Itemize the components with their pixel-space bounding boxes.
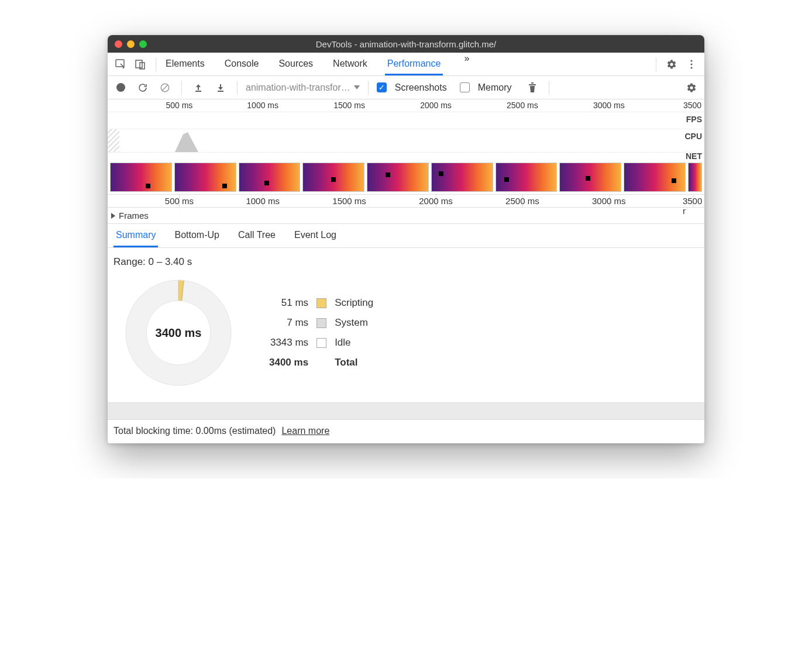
net-label: NET (686, 151, 702, 161)
kebab-menu-icon[interactable] (683, 56, 700, 73)
inspect-icon[interactable] (112, 56, 129, 73)
tab-call-tree[interactable]: Call Tree (236, 224, 278, 247)
fps-label: FPS (686, 115, 702, 124)
filmstrip (108, 160, 704, 194)
save-profile-button[interactable] (212, 80, 229, 96)
more-tabs-button[interactable]: » (458, 53, 475, 75)
filmstrip-thumb[interactable] (431, 163, 493, 192)
reload-record-button[interactable] (135, 80, 151, 96)
load-profile-button[interactable] (190, 80, 207, 96)
donut-center-label: 3400 ms (123, 277, 234, 388)
tab-bottom-up[interactable]: Bottom-Up (172, 224, 221, 247)
animated-square (504, 177, 509, 182)
expand-icon[interactable] (111, 213, 115, 219)
tab-event-log[interactable]: Event Log (292, 224, 339, 247)
filmstrip-thumb[interactable] (367, 163, 429, 192)
device-toggle-icon[interactable] (132, 56, 149, 73)
profile-select[interactable]: animation-with-transfor… (246, 82, 360, 93)
svg-point-4 (690, 63, 692, 65)
divider (237, 81, 238, 95)
profile-select-label: animation-with-transfor… (246, 82, 350, 93)
chevron-down-icon (354, 85, 360, 89)
minimize-window-button[interactable] (127, 40, 135, 48)
svg-rect-1 (136, 60, 142, 68)
cpu-row: CPU (108, 129, 704, 152)
overview-panel[interactable]: 500 ms1000 ms1500 ms2000 ms2500 ms3000 m… (108, 99, 704, 195)
ruler-tick-label: 2000 ms (420, 101, 452, 110)
svg-rect-10 (529, 84, 536, 85)
window-title: DevTools - animation-with-transform.glit… (108, 39, 704, 49)
summary-legend: 51 msScripting7 msSystem3343 msIdle3400 … (269, 297, 373, 368)
filmstrip-thumb[interactable] (302, 163, 364, 192)
cpu-activity (175, 132, 198, 152)
filmstrip-thumb[interactable] (239, 163, 301, 192)
ruler-tick-label: 3500 (683, 101, 701, 110)
timeline-tick-label: 500 ms (165, 196, 194, 206)
summary-donut-chart: 3400 ms (123, 277, 234, 388)
main-tabbar: Elements Console Sources Network Perform… (108, 53, 704, 76)
filmstrip-thumb[interactable] (688, 163, 702, 192)
filmstrip-thumb[interactable] (496, 163, 558, 192)
settings-icon[interactable] (663, 56, 680, 73)
resize-bar[interactable] (108, 402, 704, 420)
frames-row[interactable]: Frames (108, 208, 704, 224)
legend-value: 7 ms (269, 317, 308, 329)
capture-settings-icon[interactable] (683, 80, 700, 96)
summary-tabbar: Summary Bottom-Up Call Tree Event Log (108, 224, 704, 248)
timeline-tick-label: 2000 ms (419, 196, 453, 206)
delete-profile-button[interactable] (524, 80, 541, 96)
filmstrip-thumb[interactable] (624, 163, 686, 192)
net-row: NET (108, 152, 704, 160)
timeline-tick-label: 1000 ms (246, 196, 280, 206)
legend-swatch (316, 298, 326, 308)
legend-label: Idle (335, 337, 373, 349)
summary-panel: Range: 0 – 3.40 s 3400 ms 51 msScripting… (108, 248, 704, 402)
filmstrip-thumb[interactable] (174, 163, 236, 192)
learn-more-link[interactable]: Learn more (281, 426, 329, 436)
legend-total-value: 3400 ms (269, 357, 308, 368)
animated-square (439, 171, 443, 176)
close-window-button[interactable] (115, 40, 122, 48)
divider (156, 57, 156, 71)
divider (549, 81, 549, 95)
animated-square (586, 176, 590, 181)
devtools-window: DevTools - animation-with-transform.glit… (108, 35, 704, 443)
memory-label: Memory (478, 82, 512, 93)
svg-line-7 (162, 84, 168, 91)
timeline-tick-label: 3500 r (683, 196, 702, 216)
svg-rect-11 (531, 82, 534, 84)
svg-rect-8 (195, 91, 201, 92)
tab-network[interactable]: Network (331, 53, 370, 75)
tab-console[interactable]: Console (222, 53, 262, 75)
svg-point-5 (690, 67, 692, 68)
cpu-hatch (108, 129, 119, 152)
svg-rect-9 (218, 91, 223, 92)
timeline-ruler[interactable]: 500 ms1000 ms1500 ms2000 ms2500 ms3000 m… (108, 195, 704, 208)
animated-square (146, 184, 150, 188)
performance-toolbar: animation-with-transfor… Screenshots Mem… (108, 76, 704, 99)
ruler-tick-label: 1000 ms (247, 101, 278, 110)
screenshots-checkbox[interactable] (377, 82, 387, 92)
tab-sources[interactable]: Sources (276, 53, 315, 75)
clear-button[interactable] (157, 80, 173, 96)
tab-elements[interactable]: Elements (163, 53, 207, 75)
range-label: Range: 0 – 3.40 s (113, 256, 699, 268)
footer: Total blocking time: 0.00ms (estimated) … (108, 420, 704, 443)
filmstrip-thumb[interactable] (110, 163, 172, 192)
animated-square (264, 181, 269, 185)
legend-value: 3343 ms (269, 337, 308, 349)
record-button[interactable] (112, 80, 129, 96)
divider (181, 81, 182, 95)
legend-total-label: Total (335, 357, 373, 368)
tab-performance[interactable]: Performance (385, 53, 443, 75)
memory-checkbox[interactable] (460, 82, 470, 92)
animated-square (672, 178, 676, 183)
timeline-tick-label: 1500 ms (332, 196, 366, 206)
frames-label: Frames (119, 211, 149, 220)
filmstrip-thumb[interactable] (559, 163, 621, 192)
maximize-window-button[interactable] (139, 40, 147, 48)
titlebar: DevTools - animation-with-transform.glit… (108, 35, 704, 53)
tab-summary[interactable]: Summary (113, 224, 158, 247)
legend-label: Scripting (335, 297, 373, 309)
divider (368, 81, 369, 95)
